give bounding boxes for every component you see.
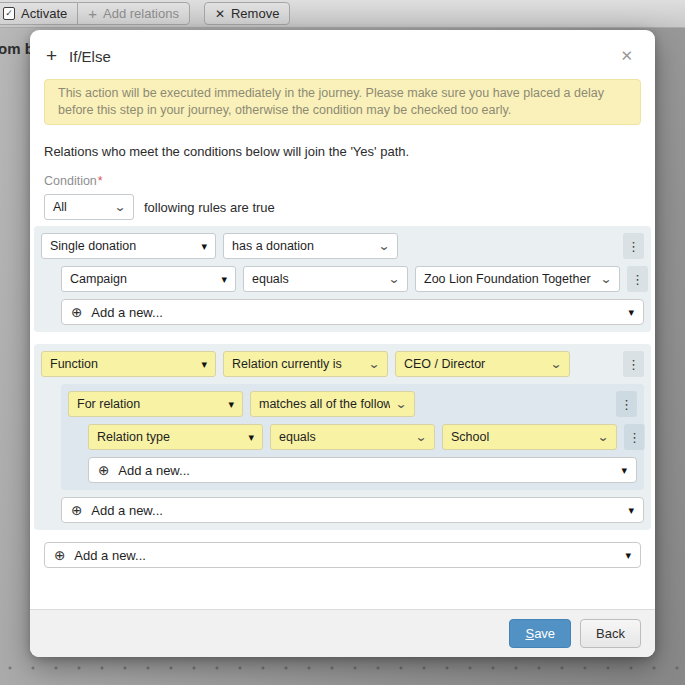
- operator-select[interactable]: equals ⌄: [243, 266, 408, 292]
- dialog-header: + If/Else ✕: [30, 30, 655, 73]
- chevron-down-icon: ▾: [248, 431, 254, 444]
- add-rule-row: ⊕ Add a new... ▾: [61, 299, 644, 325]
- circled-plus-icon: ⊕: [71, 502, 82, 518]
- dialog-title: + If/Else: [46, 48, 111, 65]
- rule-row: Relation type ▾ equals ⌄ School ⌄ ⋮: [88, 424, 637, 450]
- activate-check-icon: ✓: [3, 7, 15, 20]
- condition-mode-value: All: [53, 200, 109, 214]
- add-relations-button[interactable]: + Add relations: [77, 2, 190, 25]
- row-menu-button[interactable]: ⋮: [623, 351, 644, 377]
- operator-select[interactable]: equals ⌄: [270, 424, 435, 450]
- chevron-down-icon: ⌄: [368, 357, 381, 371]
- field-select[interactable]: Relation type ▾: [88, 424, 263, 450]
- activate-label: Activate: [21, 6, 67, 21]
- add-new-rule-select[interactable]: ⊕ Add a new... ▾: [61, 497, 644, 523]
- chevron-down-icon: ▾: [201, 358, 207, 371]
- chevron-down-icon: ⌄: [388, 272, 401, 286]
- rule-row: For relation ▾ matches all of the follow…: [68, 391, 637, 417]
- add-new-label: Add a new...: [118, 463, 190, 478]
- chevron-down-icon: ▾: [625, 549, 631, 562]
- back-button[interactable]: Back: [580, 619, 641, 648]
- chevron-down-icon: ▾: [621, 464, 627, 477]
- add-rule-row: ⊕ Add a new... ▾: [61, 497, 644, 523]
- chevron-down-icon: ▾: [221, 273, 227, 286]
- value-text: CEO / Director: [404, 357, 545, 371]
- field-value: Campaign: [70, 272, 215, 286]
- value-text: Zoo Lion Foundation Together: [424, 272, 595, 286]
- condition-suffix-text: following rules are true: [144, 200, 275, 215]
- activate-button[interactable]: ✓ Activate: [0, 2, 77, 25]
- if-else-plus-icon: +: [46, 49, 57, 63]
- chevron-down-icon: ▾: [628, 306, 634, 319]
- add-new-rule-select[interactable]: ⊕ Add a new... ▾: [44, 542, 641, 568]
- add-new-label: Add a new...: [74, 548, 146, 563]
- operator-value: has a donation: [232, 239, 373, 253]
- save-button[interactable]: Save: [509, 619, 571, 648]
- remove-button[interactable]: ✕ Remove: [204, 2, 290, 25]
- field-select[interactable]: Campaign ▾: [61, 266, 236, 292]
- warning-banner: This action will be executed immediately…: [44, 79, 641, 125]
- save-button-label: Save: [525, 626, 555, 641]
- value-select[interactable]: CEO / Director ⌄: [395, 351, 570, 377]
- field-select[interactable]: For relation ▾: [68, 391, 243, 417]
- chevron-down-icon: ⌄: [378, 239, 391, 253]
- field-value: For relation: [77, 397, 222, 411]
- chevron-down-icon: ⌄: [597, 430, 610, 444]
- operator-select[interactable]: matches all of the following ⌄: [250, 391, 415, 417]
- plus-icon: +: [88, 5, 97, 22]
- add-relations-label: Add relations: [103, 6, 179, 21]
- chevron-down-icon: ▾: [201, 240, 207, 253]
- required-marker: *: [98, 174, 103, 188]
- add-new-rule-select[interactable]: ⊕ Add a new... ▾: [61, 299, 644, 325]
- chevron-down-icon: ⌄: [550, 357, 563, 371]
- add-rule-row: ⊕ Add a new... ▾: [88, 457, 637, 483]
- operator-select[interactable]: has a donation ⌄: [223, 233, 398, 259]
- rule-row: Function ▾ Relation currently is ⌄ CEO /…: [41, 351, 644, 377]
- field-select[interactable]: Function ▾: [41, 351, 216, 377]
- chevron-down-icon: ▾: [228, 398, 234, 411]
- operator-select[interactable]: Relation currently is ⌄: [223, 351, 388, 377]
- add-new-label: Add a new...: [91, 305, 163, 320]
- remove-x-icon: ✕: [215, 7, 225, 21]
- condition-label: Condition*: [44, 174, 641, 188]
- close-icon[interactable]: ✕: [616, 45, 637, 67]
- value-select[interactable]: School ⌄: [442, 424, 617, 450]
- operator-value: Relation currently is: [232, 357, 363, 371]
- row-menu-button[interactable]: ⋮: [624, 424, 645, 450]
- chevron-down-icon: ▾: [628, 504, 634, 517]
- field-value: Single donation: [50, 239, 195, 253]
- back-button-label: Back: [596, 626, 625, 641]
- field-value: Relation type: [97, 430, 242, 444]
- add-rule-row-root: ⊕ Add a new... ▾: [44, 542, 641, 568]
- field-select[interactable]: Single donation ▾: [41, 233, 216, 259]
- nested-rule-group: For relation ▾ matches all of the follow…: [61, 384, 644, 490]
- rule-row: Campaign ▾ equals ⌄ Zoo Lion Foundation …: [61, 266, 644, 292]
- rule-row: Single donation ▾ has a donation ⌄ ⋮: [41, 233, 644, 259]
- condition-mode-select[interactable]: All ⌄: [44, 194, 134, 220]
- dialog-footer: Save Back: [30, 609, 655, 657]
- operator-value: equals: [252, 272, 383, 286]
- rule-group-2: Function ▾ Relation currently is ⌄ CEO /…: [34, 344, 651, 530]
- circled-plus-icon: ⊕: [54, 547, 65, 563]
- add-new-label: Add a new...: [91, 503, 163, 518]
- operator-value: equals: [279, 430, 410, 444]
- add-new-rule-select[interactable]: ⊕ Add a new... ▾: [88, 457, 637, 483]
- circled-plus-icon: ⊕: [98, 462, 109, 478]
- if-else-dialog: + If/Else ✕ This action will be executed…: [30, 30, 655, 657]
- row-menu-button[interactable]: ⋮: [616, 391, 637, 417]
- row-menu-button[interactable]: ⋮: [623, 233, 644, 259]
- background-page-heading: om b: [0, 40, 34, 57]
- intro-text: Relations who meet the conditions below …: [44, 144, 641, 159]
- rule-group-1: Single donation ▾ has a donation ⌄ ⋮ Cam…: [34, 226, 651, 332]
- value-select[interactable]: Zoo Lion Foundation Together ⌄: [415, 266, 620, 292]
- toolbar-button-group: ✓ Activate + Add relations: [2, 2, 190, 25]
- field-value: Function: [50, 357, 195, 371]
- row-menu-button[interactable]: ⋮: [627, 266, 648, 292]
- circled-plus-icon: ⊕: [71, 304, 82, 320]
- chevron-down-icon: ⌄: [600, 272, 613, 286]
- top-toolbar: ✓ Activate + Add relations ✕ Remove: [0, 0, 685, 28]
- remove-label: Remove: [231, 6, 279, 21]
- condition-row: All ⌄ following rules are true: [44, 194, 641, 220]
- dialog-title-text: If/Else: [69, 48, 111, 65]
- value-text: School: [451, 430, 592, 444]
